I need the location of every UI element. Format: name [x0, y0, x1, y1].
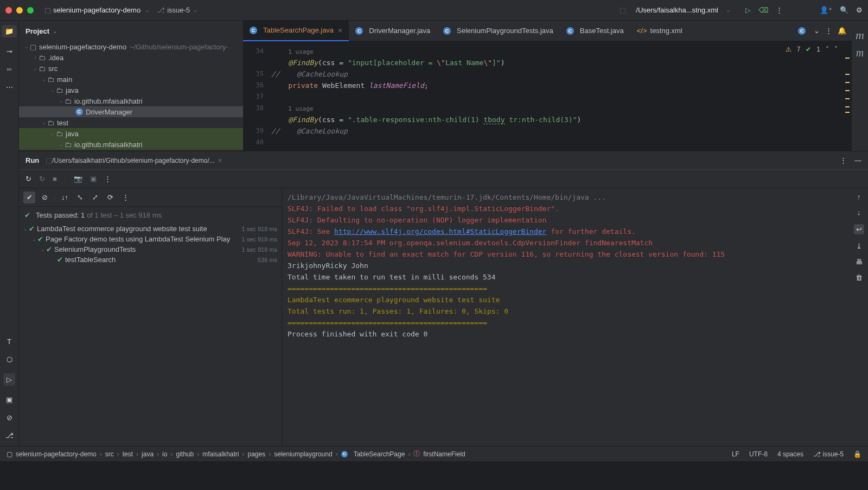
scroll-end-icon[interactable]: ⤓ [856, 242, 862, 250]
services-icon[interactable]: ⬡ [7, 355, 12, 364]
chevron-down-icon[interactable]: ⌄ [726, 7, 730, 13]
more-icon[interactable]: ⋮ [119, 192, 131, 203]
statusbar: ▢selenium-pagefactory-demo› src› test› j… [0, 446, 868, 461]
titlebar: ▢ selenium-pagefactory-demo ⌄ ⎇ issue-5 … [0, 0, 868, 21]
up-icon[interactable]: ↑ [857, 193, 861, 201]
editor-tab[interactable]: CTableSearchPage.java× [243, 21, 349, 41]
down-icon[interactable]: ↓ [857, 208, 861, 217]
tree-row[interactable]: ⌄🗀java [19, 128, 243, 139]
close-window-icon[interactable] [5, 7, 12, 14]
lock-icon[interactable]: 🔒 [853, 450, 861, 458]
rerun-failed-icon[interactable]: ↻ [39, 175, 45, 183]
branch-name[interactable]: issue-5 [167, 6, 190, 14]
tree-row[interactable]: ⌄🗀src [19, 63, 243, 74]
show-passed-icon[interactable]: ✔ [23, 192, 35, 203]
rerun-icon[interactable]: ↻ [25, 175, 31, 183]
run-config-path[interactable]: /Users/faisalkhatri/Github/selenium-page… [52, 157, 214, 164]
test-row[interactable]: ✔testTableSearch536 ms [19, 254, 282, 265]
editor-tab[interactable]: CSeleniumPlaygroundTests.java [437, 21, 560, 41]
test-row[interactable]: ⌄✔LambdaTest ecommerce playground websit… [19, 224, 282, 234]
run-tool-icon[interactable]: ▷ [3, 373, 15, 386]
problems-icon[interactable]: ⊘ [7, 413, 12, 422]
close-icon[interactable]: × [338, 26, 342, 35]
more-icon[interactable]: ⋮ [104, 175, 111, 183]
inspection-widget[interactable]: ⚠7 ✔1 ˄˅ [786, 46, 838, 53]
debug-icon[interactable]: ⌫ [758, 6, 768, 14]
chevron-down-icon[interactable]: ⌄ [193, 7, 197, 13]
settings-icon[interactable]: ⚙ [856, 6, 863, 14]
minimize-window-icon[interactable] [16, 7, 23, 14]
project-tree[interactable]: ⌄▢selenium-pagefactory-demo~/Github/sele… [19, 41, 243, 151]
more-tools-icon[interactable]: ⋯ [6, 83, 13, 91]
maximize-window-icon[interactable] [27, 7, 34, 14]
close-icon[interactable]: × [218, 156, 222, 164]
chevron-up-icon[interactable]: ˄ [826, 46, 829, 53]
expand-icon[interactable]: ⤡ [74, 192, 86, 203]
tree-row[interactable]: ⌄🗀main [19, 74, 243, 85]
breadcrumbs[interactable]: ▢selenium-pagefactory-demo› src› test› j… [7, 449, 465, 459]
collaborate-icon[interactable]: 👤⁺ [820, 6, 832, 14]
editor-tab[interactable]: </>testng.xml [630, 21, 689, 41]
soft-wrap-icon[interactable]: ↩ [854, 224, 864, 234]
test-tree-panel: ✔ ⊘ | ↓↑ ⤡ ⤢ ⟳ ⋮ ✔ Tests passed: 1 of 1 … [19, 188, 282, 446]
project-panel-header[interactable]: Project⌄ [19, 21, 243, 41]
tree-row[interactable]: ⌄▢selenium-pagefactory-demo~/Github/sele… [19, 41, 243, 52]
project-panel: Project⌄ ⌄▢selenium-pagefactory-demo~/Gi… [19, 21, 243, 151]
chevron-down-icon[interactable]: ˅ [834, 46, 838, 53]
editor: CTableSearchPage.java× CDriverManager.ja… [243, 21, 852, 151]
encoding[interactable]: UTF-8 [749, 450, 768, 458]
more-icon[interactable]: ⋮ [776, 6, 783, 14]
editor-tab[interactable]: CDriverManager.java [349, 21, 437, 41]
layout-icon[interactable]: ▣ [90, 175, 97, 183]
sort-icon[interactable]: ↓↑ [59, 192, 71, 203]
chevron-down-icon[interactable]: ⌄ [814, 27, 820, 35]
check-icon: ✔ [24, 211, 30, 219]
tree-row[interactable]: ⌄🗀java [19, 85, 243, 96]
terminal-icon[interactable]: ▣ [6, 396, 12, 404]
test-row[interactable]: ⌄✔Page Factory demo tests using LambdaTe… [19, 234, 282, 244]
vcs-icon[interactable]: ⎇ [5, 431, 14, 440]
branch-status[interactable]: ⎇ issue-5 [813, 450, 844, 458]
maven-tool-tab[interactable]: m [852, 41, 868, 151]
run-config-icon: ⬚ [620, 6, 626, 14]
window-controls[interactable] [5, 7, 34, 14]
tree-row[interactable]: ⌄🗀io.github.mfaisalkhatri [19, 139, 243, 150]
indent[interactable]: 4 spaces [777, 450, 803, 458]
more-icon[interactable]: ⋮ [840, 156, 847, 164]
warning-icon: ⚠ [786, 46, 792, 53]
show-ignored-icon[interactable]: ⊘ [39, 192, 50, 203]
code-content[interactable]: 1 usage @FindBy(css = "input[placeholder… [269, 41, 852, 151]
tree-row[interactable]: ⌄🗀io.github.mfaisalkhatri [19, 96, 243, 106]
collapse-icon[interactable]: ⤢ [89, 192, 101, 203]
project-tool-icon[interactable]: 📁 [2, 25, 17, 37]
left-tool-stripe: 📁 ⊸ ▫▫ ⋯ T ⬡ ▷ ▣ ⊘ ⎇ [0, 21, 19, 446]
test-tree-toolbar: ✔ ⊘ | ↓↑ ⤡ ⤢ ⟳ ⋮ [19, 188, 282, 207]
test-row[interactable]: ⌄✔SeleniumPlaygroundTests1 sec 918 ms [19, 244, 282, 254]
search-icon[interactable]: 🔍 [840, 6, 848, 14]
tree-row[interactable]: ⌄🗀test [19, 117, 243, 128]
chevron-down-icon[interactable]: ⌄ [145, 7, 149, 13]
print-icon[interactable]: 🖶 [856, 258, 863, 266]
branch-icon[interactable]: ⎇ [157, 6, 165, 14]
project-name[interactable]: selenium-pagefactory-demo [53, 6, 141, 14]
line-sep[interactable]: LF [732, 450, 739, 458]
bookmarks-icon[interactable]: T [7, 338, 11, 346]
structure-tool-icon[interactable]: ▫▫ [7, 65, 11, 73]
error-stripe[interactable] [843, 41, 852, 151]
commit-tool-icon[interactable]: ⊸ [7, 47, 12, 55]
console-toolbar: ↑ ↓ ↩ ⤓ 🖶 🗑 [850, 188, 868, 446]
editor-tab[interactable]: CBaseTest.java [560, 21, 630, 41]
dump-icon[interactable]: 📷 [74, 175, 82, 183]
clear-icon[interactable]: 🗑 [856, 273, 863, 282]
notifications-icon[interactable]: 🔔 [838, 27, 846, 35]
minimize-icon[interactable]: — [854, 156, 861, 164]
run-config-path[interactable]: /Users/faisalkha...stng.xml [636, 6, 718, 14]
tree-row[interactable]: ›🗀.idea [19, 52, 243, 63]
tree-row[interactable]: CDriverManager [19, 106, 243, 117]
stop-icon[interactable]: ■ [53, 175, 57, 183]
class-icon[interactable]: C [798, 27, 806, 35]
console-output[interactable]: /Library/Java/JavaVirtualMachines/temuri… [282, 188, 850, 446]
run-icon[interactable]: ▷ [745, 6, 751, 14]
more-icon[interactable]: ⋮ [825, 27, 832, 35]
history-icon[interactable]: ⟳ [104, 192, 116, 203]
